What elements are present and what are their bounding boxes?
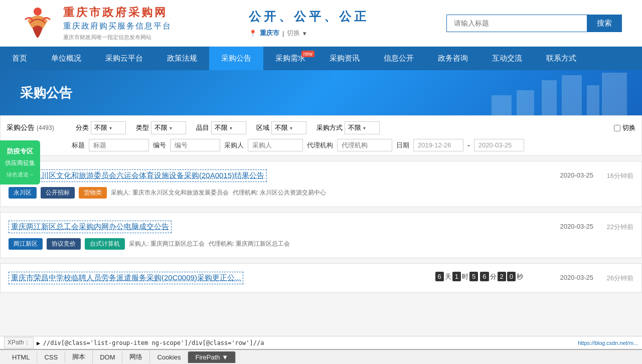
article-title-2[interactable]: 重庆两江新区总工会采购内网办公电脑成交公告 <box>9 221 172 233</box>
location-pin-icon: 📍 <box>249 30 257 37</box>
article-row-1: 重庆市永川区文化和旅游委员会六运会体育设施设备采购(20A0015)结果公告 2… <box>9 169 633 182</box>
filter-category-select[interactable]: 不限 ▾ <box>91 121 126 134</box>
article-row-3: 重庆市荣昌中学校临聘人员劳务派遣服务采购(20C0009)采购更正公... 6 … <box>9 272 633 284</box>
new-badge: new <box>301 51 314 57</box>
search-input[interactable] <box>446 15 587 32</box>
filter-purchaser-input[interactable] <box>248 139 303 151</box>
filter-top-row: 采购公告 (4493) 分类 不限 ▾ 类型 <box>7 120 635 136</box>
banner-title: 采购公告 <box>20 84 72 102</box>
article-date-2: 2020-03-25 <box>533 221 593 230</box>
filter-product-cell: 品目 不限 ▾ <box>192 120 250 136</box>
article-title-3[interactable]: 重庆市荣昌中学校临聘人员劳务派遣服务采购(20C0009)采购更正公... <box>9 272 243 284</box>
purchaser-text-1: 采购人: 重庆市永川区文化和旅游发展委员会 <box>111 189 229 197</box>
search-button[interactable]: 搜索 <box>587 15 622 32</box>
nav-item-info[interactable]: 信息公开 <box>372 47 426 70</box>
article-title-1[interactable]: 重庆市永川区文化和旅游委员会六运会体育设施设备采购(20A0015)结果公告 <box>9 169 267 182</box>
header-location: 📍 重庆市 | 切换 ▾ <box>249 29 369 38</box>
tag-region-2[interactable]: 两江新区 <box>9 238 43 250</box>
cd-days-label: 天 <box>445 272 451 281</box>
article-date-3: 2020-03-25 <box>533 272 593 281</box>
cd-min2-val: 6 <box>480 272 489 281</box>
nav-item-announcement[interactable]: 采购公告 <box>209 47 263 70</box>
nav-item-contact[interactable]: 联系方式 <box>534 47 588 70</box>
filter-title-label: 标题 <box>72 141 85 150</box>
green-banner[interactable]: 防疫专区 供应商征集 绿色通道→ <box>0 140 40 185</box>
article-ago-1: 16分钟前 <box>593 169 633 180</box>
nav-item-news[interactable]: 采购资讯 <box>317 47 372 70</box>
filter-date-label: 日期 <box>396 141 409 150</box>
page-content: 采购公告 (4493) 分类 不限 ▾ 类型 <box>0 115 642 298</box>
tag-product-1[interactable]: 货物类 <box>79 187 107 199</box>
article-ago-2: 22分钟前 <box>593 221 633 232</box>
nav-item-home[interactable]: 首页 <box>0 47 39 70</box>
svg-point-0 <box>34 8 42 16</box>
filter-category-value: 不限 <box>94 123 107 132</box>
location-switch-button[interactable]: 切换 <box>287 29 300 38</box>
filter-switch-label: 切换 <box>622 123 635 132</box>
article-info-3: 重庆市荣昌中学校临聘人员劳务派遣服务采购(20C0009)采购更正公... <box>9 272 435 284</box>
cd-minutes-label: 分 <box>490 272 497 281</box>
cd-minutes-val: 5 <box>469 272 478 281</box>
nav-item-consulting[interactable]: 政务咨询 <box>426 47 480 70</box>
filter-region-select[interactable]: 不限 ▾ <box>271 121 306 134</box>
filter-method-label: 采购方式 <box>316 123 343 132</box>
filter-switch-checkbox[interactable] <box>614 125 620 131</box>
filter-title-input[interactable] <box>89 139 149 151</box>
filter-number-input[interactable] <box>170 139 220 151</box>
xpath-label: XPath： <box>4 337 34 338</box>
purchaser-text-2: 采购人: 重庆两江新区总工会 <box>129 240 205 248</box>
nav-item-cloud[interactable]: 采购云平台 <box>93 47 155 70</box>
filter-date-separator: - <box>467 141 470 149</box>
svg-rect-5 <box>517 90 534 115</box>
article-row-2: 重庆两江新区总工会采购内网办公电脑成交公告 2020-03-25 22分钟前 <box>9 221 633 233</box>
filter-agency-input[interactable] <box>337 139 392 151</box>
article-info-1: 重庆市永川区文化和旅游委员会六运会体育设施设备采购(20A0015)结果公告 <box>9 169 533 182</box>
filter-product-value: 不限 <box>215 123 228 132</box>
article-info-2: 重庆两江新区总工会采购内网办公电脑成交公告 <box>9 221 533 233</box>
article-date-1: 2020-03-25 <box>533 169 593 179</box>
filter-announcement-label: 采购公告 <box>7 123 35 132</box>
filter-type-select[interactable]: 不限 ▾ <box>151 121 186 134</box>
filter-product-arrow: ▾ <box>230 125 243 131</box>
nav-item-policy[interactable]: 政策法规 <box>155 47 209 70</box>
header-slogan: 公开、公平、公正 <box>249 9 369 25</box>
cd-hours-val: 1 <box>452 272 461 281</box>
location-chevron-icon: ▾ <box>303 30 306 37</box>
header-left: 重庆市政府采购网 重庆政府购买服务信息平台 重庆市财政局唯一指定信息发布网站 <box>20 5 172 41</box>
filter-label-section: 采购公告 (4493) <box>7 123 72 132</box>
list-item: 重庆市荣昌中学校临聘人员劳务派遣服务采购(20C0009)采购更正公... 6 … <box>0 263 642 293</box>
filter-method-select[interactable]: 不限 ▾ <box>345 121 380 134</box>
banner-decoration <box>391 70 642 115</box>
list-item: 重庆市永川区文化和旅游委员会六运会体育设施设备采购(20A0015)结果公告 2… <box>0 161 642 207</box>
nav-item-interaction[interactable]: 互动交流 <box>480 47 534 70</box>
nav-item-demand[interactable]: 采购需求 new <box>263 47 317 70</box>
filter-product-select[interactable]: 不限 ▾ <box>211 121 246 134</box>
article-countdown-col: 6 天 1 时 5 6 分 2 0 秒 <box>435 272 533 281</box>
nav-item-about[interactable]: 单位概况 <box>39 47 93 70</box>
filter-number-label: 编号 <box>153 141 166 150</box>
cd-seconds-label: 秒 <box>517 272 523 281</box>
tag-region-1[interactable]: 永川区 <box>9 187 37 199</box>
filter-category-cell: 分类 不限 ▾ <box>72 120 130 136</box>
filter-region-value: 不限 <box>275 123 288 132</box>
filter-region-cell: 区域 不限 ▾ <box>252 120 310 136</box>
svg-rect-4 <box>602 73 627 115</box>
list-item: 重庆两江新区总工会采购内网办公电脑成交公告 2020-03-25 22分钟前 两… <box>0 212 642 258</box>
logo-icon <box>20 6 55 41</box>
filter-date-to[interactable] <box>474 139 524 151</box>
page-banner: 采购公告 <box>0 70 642 115</box>
svg-rect-1 <box>542 80 557 115</box>
tag-product-2[interactable]: 台式计算机 <box>85 238 125 250</box>
svg-rect-2 <box>562 75 582 115</box>
svg-rect-3 <box>587 85 599 115</box>
agency-text-2: 代理机构: 重庆两江新区总工会 <box>209 240 290 248</box>
logo-title: 重庆市政府采购网 <box>63 5 172 20</box>
tag-type-2[interactable]: 协议竞价 <box>47 238 81 250</box>
tag-type-1[interactable]: 公开招标 <box>41 187 75 199</box>
filter-product-label: 品目 <box>196 123 209 132</box>
filter-count: (4493) <box>37 124 54 131</box>
filter-agency-label: 代理机构 <box>307 141 333 150</box>
cd-sec1-val: 2 <box>498 272 506 281</box>
filter-date-from[interactable] <box>413 139 463 151</box>
green-banner-title: 防疫专区 <box>3 146 37 156</box>
